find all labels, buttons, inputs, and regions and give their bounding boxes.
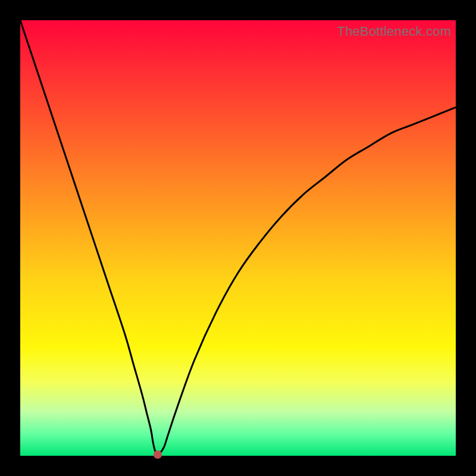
bottleneck-curve xyxy=(20,20,456,456)
plot-area: TheBottleneck.com xyxy=(20,20,456,456)
chart-frame: TheBottleneck.com xyxy=(0,0,476,476)
optimum-marker xyxy=(154,450,162,459)
